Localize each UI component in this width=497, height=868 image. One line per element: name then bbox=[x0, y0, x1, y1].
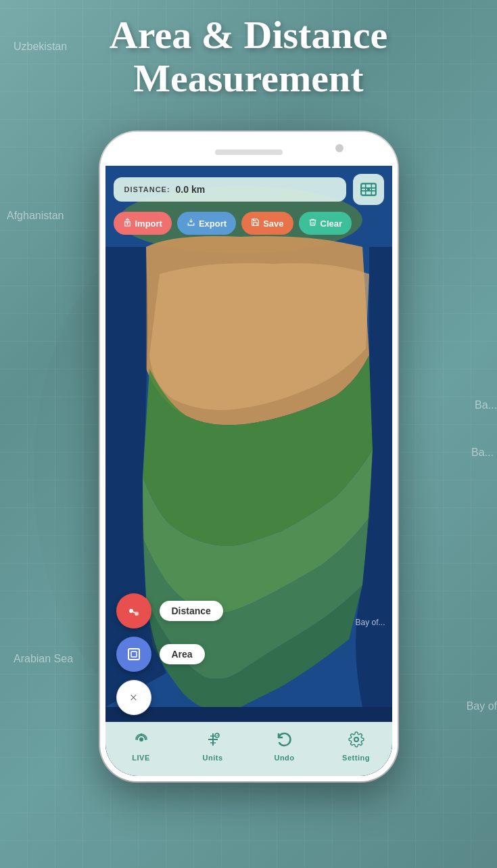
action-buttons-row: Import Export Save bbox=[114, 212, 384, 235]
phone-screen: Bay of... DISTANCE: 0.0 km bbox=[105, 166, 392, 776]
map-icon bbox=[360, 181, 377, 198]
phone-camera bbox=[335, 144, 344, 152]
save-button[interactable]: Save bbox=[241, 212, 293, 235]
units-icon bbox=[205, 731, 221, 752]
clear-label: Clear bbox=[321, 219, 343, 229]
bg-label-afghanistan: Afghanistan bbox=[7, 210, 64, 222]
undo-label: Undo bbox=[274, 754, 294, 762]
phone-notch bbox=[215, 150, 283, 155]
distance-float-row: Distance bbox=[116, 593, 223, 629]
import-icon bbox=[123, 218, 132, 229]
svg-point-4 bbox=[366, 188, 369, 191]
title-line1: Area & Distance bbox=[0, 14, 497, 57]
svg-rect-8 bbox=[128, 649, 139, 660]
export-label: Export bbox=[199, 219, 227, 229]
live-icon bbox=[133, 731, 149, 752]
import-label: Import bbox=[135, 219, 162, 229]
svg-point-7 bbox=[135, 612, 139, 616]
close-float-icon: × bbox=[130, 690, 137, 706]
page-title-block: Area & Distance Measurement bbox=[0, 14, 497, 100]
live-label: LIVE bbox=[132, 754, 149, 762]
bg-label-bay-of: Bay of bbox=[467, 700, 497, 712]
close-float-button[interactable]: × bbox=[116, 680, 151, 715]
export-button[interactable]: Export bbox=[177, 212, 236, 235]
clear-icon bbox=[308, 218, 317, 229]
float-buttons: Distance Area × bbox=[116, 593, 223, 715]
distance-bar: DISTANCE: 0.0 km bbox=[114, 174, 384, 205]
area-float-label: Area bbox=[160, 644, 205, 664]
bottom-nav: LIVE Units bbox=[105, 722, 392, 776]
phone-frame: Bay of... DISTANCE: 0.0 km bbox=[100, 132, 398, 781]
setting-icon bbox=[348, 731, 364, 752]
nav-item-live[interactable]: LIVE bbox=[105, 731, 177, 762]
close-float-row: × bbox=[116, 680, 151, 715]
area-mode-icon bbox=[126, 646, 142, 662]
export-icon bbox=[187, 218, 195, 229]
save-icon bbox=[251, 218, 260, 229]
map-type-button[interactable] bbox=[353, 174, 384, 205]
distance-mode-icon bbox=[126, 603, 142, 619]
title-line2: Measurement bbox=[0, 57, 497, 100]
nav-item-undo[interactable]: Undo bbox=[249, 731, 321, 762]
svg-point-10 bbox=[139, 737, 143, 741]
svg-rect-5 bbox=[124, 221, 130, 222]
distance-value: 0.0 km bbox=[176, 184, 206, 195]
nav-item-units[interactable]: Units bbox=[177, 731, 249, 762]
phone-ui-overlay: DISTANCE: 0.0 km bbox=[105, 166, 392, 235]
distance-float-label: Distance bbox=[160, 601, 223, 621]
setting-label: Setting bbox=[342, 754, 370, 762]
distance-mode-button[interactable] bbox=[116, 593, 151, 629]
map-bay-label: Bay of... bbox=[355, 618, 385, 627]
import-button[interactable]: Import bbox=[114, 212, 172, 235]
phone-top-bar bbox=[100, 132, 398, 166]
svg-rect-9 bbox=[131, 652, 137, 657]
svg-point-6 bbox=[129, 609, 133, 613]
distance-label: DISTANCE: bbox=[124, 185, 170, 193]
bg-label-bay1: Ba... bbox=[475, 399, 497, 411]
distance-display: DISTANCE: 0.0 km bbox=[114, 177, 346, 202]
nav-item-setting[interactable]: Setting bbox=[321, 731, 392, 762]
units-label: Units bbox=[203, 754, 223, 762]
bg-label-bay2: Ba... bbox=[471, 447, 494, 459]
clear-button[interactable]: Clear bbox=[299, 212, 352, 235]
save-label: Save bbox=[263, 219, 283, 229]
area-mode-button[interactable] bbox=[116, 637, 151, 672]
area-float-row: Area bbox=[116, 637, 205, 672]
svg-point-12 bbox=[354, 737, 358, 741]
undo-icon bbox=[277, 731, 293, 752]
bg-label-arabian-sea: Arabian Sea bbox=[14, 653, 73, 665]
